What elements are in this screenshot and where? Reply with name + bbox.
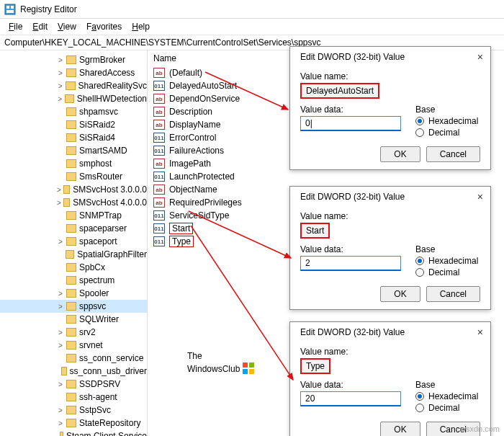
expand-icon[interactable]: > [56,56,65,64]
tree-item-smphost[interactable]: smphost [0,157,147,170]
menu-file[interactable]: File [4,20,27,33]
radio-decimal[interactable] [415,128,424,137]
close-icon[interactable]: × [477,191,483,203]
tree-pane[interactable]: >SgrmBroker>SharedAccess>SharedRealitySv… [0,50,148,436]
tree-item-sisraid4[interactable]: SiSRaid4 [0,131,147,144]
value-name-label: Value name: [300,347,480,357]
tree-item-smsrouter[interactable]: SmsRouter [0,170,147,183]
tree-item-smartsamd[interactable]: SmartSAMD [0,144,147,157]
value-type-icon: ab [153,184,165,195]
tree-item-sqlwriter[interactable]: SQLWriter [0,313,147,326]
tree-item-spooler[interactable]: >Spooler [0,287,147,300]
tree-item-spatialgraphfilter[interactable]: SpatialGraphFilter [0,248,147,261]
tree-label: ssh-agent [79,392,117,402]
value-data-label: Value data: [300,380,401,390]
tree-item-spaceport[interactable]: >spaceport [0,235,147,248]
menu-view[interactable]: View [53,20,81,33]
value-data-input[interactable]: 0| [300,116,401,131]
folder-icon [63,198,71,207]
tree-item-shellhwdetection[interactable]: >ShellHWDetection [0,92,147,105]
value-data-input[interactable]: 20 [300,391,401,406]
tree-item-ss-conn-usb-driver[interactable]: ss_conn_usb_driver [0,365,147,378]
regedit-icon [4,4,16,15]
close-icon[interactable]: × [477,51,483,63]
tree-item-ssh-agent[interactable]: ssh-agent [0,391,147,404]
svg-rect-2 [11,6,14,9]
expand-icon[interactable]: > [56,342,65,350]
tree-item-spectrum[interactable]: spectrum [0,274,147,287]
expand-icon[interactable]: > [56,381,65,388]
expand-icon[interactable]: > [56,303,65,311]
value-name: ImagePath [169,159,211,169]
cancel-button[interactable]: Cancel [426,286,480,302]
tree-item-srv2[interactable]: >srv2 [0,326,147,339]
tree-item-sisraid2[interactable]: SiSRaid2 [0,118,147,131]
dialog-title: Edit DWORD (32-bit) Value [300,52,405,62]
expand-icon[interactable]: > [56,95,63,103]
ok-button[interactable]: OK [380,422,420,436]
tree-label: SiSRaid4 [79,133,115,143]
value-type-icon: ab [153,120,165,130]
base-label: Base [415,244,480,254]
expand-icon[interactable]: > [56,186,62,194]
folder-icon [66,224,76,233]
value-launchprotected[interactable]: 011LaunchProtected [153,170,498,183]
menu-edit[interactable]: Edit [28,20,52,33]
tree-item-sstpsvc[interactable]: >SstpSvc [0,404,147,417]
folder-icon [61,367,66,375]
value-name: DependOnService [169,94,240,104]
radio-hexadecimal[interactable] [415,392,424,401]
tree-label: SpbCx [79,262,105,272]
radio-hexadecimal[interactable] [415,257,424,265]
value-name: LaunchProtected [169,172,235,182]
folder-icon [66,302,76,311]
tree-item-sharedrealitysvc[interactable]: >SharedRealitySvc [0,79,147,92]
tree-item-sgrmbroker[interactable]: >SgrmBroker [0,53,147,66]
tree-item-shpamsvc[interactable]: shpamsvc [0,105,147,118]
tree-label: SstpSvc [79,405,111,415]
expand-icon[interactable]: > [56,329,65,337]
svg-rect-9 [243,369,248,374]
tree-item-smsvchost-3-0-0-0[interactable]: >SMSvcHost 3.0.0.0 [0,183,147,196]
watermark: wsxdn.com [460,424,500,433]
tree-item-ssdpsrv[interactable]: >SSDPSRV [0,378,147,391]
tree-item-sppsvc[interactable]: >sppsvc [0,300,147,313]
tree-item-staterepository[interactable]: >StateRepository [0,417,147,430]
tree-item-srvnet[interactable]: >srvnet [0,339,147,352]
tree-item-snmptrap[interactable]: SNMPTrap [0,209,147,222]
menu-help[interactable]: Help [127,20,154,33]
value-data-input[interactable]: 2 [300,256,401,271]
folder-icon [66,211,76,220]
tree-label: ss_conn_usb_driver [70,366,147,376]
radio-decimal[interactable] [415,268,424,277]
value-type-icon: 011 [153,133,165,143]
ok-button[interactable]: OK [380,146,420,162]
ok-button[interactable]: OK [380,286,420,302]
tree-item-steam-client-service[interactable]: Steam Client Service [0,430,147,436]
expand-icon[interactable]: > [56,419,65,427]
value-name-field[interactable]: Type [300,358,330,374]
expand-icon[interactable]: > [56,82,64,90]
tree-item-ss-conn-service[interactable]: ss_conn_service [0,352,147,365]
value-name-field[interactable]: Start [300,223,330,239]
close-icon[interactable]: × [477,326,483,338]
cancel-button[interactable]: Cancel [426,146,480,162]
tree-label: spaceparser [79,223,127,233]
expand-icon[interactable]: > [56,290,65,298]
expand-icon[interactable]: > [56,238,65,246]
expand-icon[interactable]: > [56,199,62,207]
expand-icon[interactable]: > [56,69,65,77]
folder-icon [63,185,71,194]
radio-hexadecimal[interactable] [415,117,424,125]
radio-decimal[interactable] [415,404,424,412]
menu-favorites[interactable]: Favorites [82,20,126,33]
tree-item-spbcx[interactable]: SpbCx [0,261,147,274]
folder-icon [60,432,63,436]
value-name-field[interactable]: DelayedAutoStart [300,83,379,99]
tree-item-spaceparser[interactable]: spaceparser [0,222,147,235]
value-name: Description [169,107,212,117]
tree-item-smsvchost-4-0-0-0[interactable]: >SMSvcHost 4.0.0.0 [0,196,147,209]
tree-item-sharedaccess[interactable]: >SharedAccess [0,66,147,79]
expand-icon[interactable]: > [56,406,65,414]
value-type-icon: 011 [153,236,165,246]
